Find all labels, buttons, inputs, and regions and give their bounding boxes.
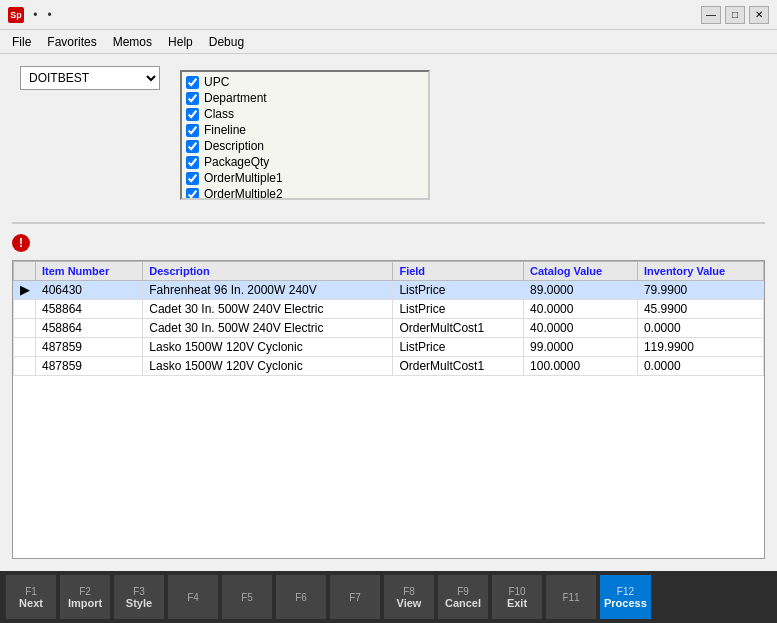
cell-catalog-value: 40.0000 [524,300,638,319]
cell-field: ListPrice [393,300,524,319]
row-arrow [14,338,36,357]
fkey-f6[interactable]: F6 [276,575,326,619]
cell-catalog-value: 89.0000 [524,281,638,300]
maximize-button[interactable]: □ [725,6,745,24]
title-bar-text: • • [30,8,701,22]
fkey-f8[interactable]: F8View [384,575,434,619]
cell-inventory-value: 119.9900 [637,338,763,357]
table-row[interactable]: 458864Cadet 30 In. 500W 240V ElectricOrd… [14,319,764,338]
title-bar: Sp • • — □ ✕ [0,0,777,30]
table-row[interactable]: 487859Lasko 1500W 120V CyclonicOrderMult… [14,357,764,376]
menu-debug[interactable]: Debug [201,33,252,51]
menu-bar: File Favorites Memos Help Debug [0,30,777,54]
fkey-f1[interactable]: F1Next [6,575,56,619]
fkey-bar: F1NextF2ImportF3StyleF4F5F6F7F8ViewF9Can… [0,571,777,623]
col-catalog-value: Catalog Value [524,262,638,281]
fkey-f10[interactable]: F10Exit [492,575,542,619]
cell-catalog-value: 40.0000 [524,319,638,338]
fkey-f12[interactable]: F12Process [600,575,651,619]
cell-description: Lasko 1500W 120V Cyclonic [143,357,393,376]
minimize-button[interactable]: — [701,6,721,24]
cell-item-number: 487859 [36,357,143,376]
cell-inventory-value: 0.0000 [637,319,763,338]
field-item[interactable]: Department [184,90,426,106]
row-arrow [14,300,36,319]
fkey-f9[interactable]: F9Cancel [438,575,488,619]
cell-item-number: 487859 [36,338,143,357]
fields-listbox[interactable]: UPCDepartmentClassFinelineDescriptionPac… [180,70,430,200]
results-table-wrapper[interactable]: Item Number Description Field Catalog Va… [12,260,765,559]
menu-memos[interactable]: Memos [105,33,160,51]
menu-help[interactable]: Help [160,33,201,51]
col-description: Description [143,262,393,281]
table-row[interactable]: 487859Lasko 1500W 120V CyclonicListPrice… [14,338,764,357]
field-item[interactable]: OrderMultiple1 [184,170,426,186]
table-row[interactable]: ▶406430Fahrenheat 96 In. 2000W 240VListP… [14,281,764,300]
results-table: Item Number Description Field Catalog Va… [13,261,764,376]
divider [12,222,765,224]
row-arrow: ▶ [14,281,36,300]
cell-description: Cadet 30 In. 500W 240V Electric [143,300,393,319]
error-icon: ! [12,234,30,252]
close-button[interactable]: ✕ [749,6,769,24]
cell-item-number: 406430 [36,281,143,300]
cell-inventory-value: 79.9900 [637,281,763,300]
vendor-fields-row: DOITBEST UPCDepartmentClassFinelineDescr… [12,66,765,200]
fields-panel: UPCDepartmentClassFinelineDescriptionPac… [180,66,430,200]
table-header-row: Item Number Description Field Catalog Va… [14,262,764,281]
field-item[interactable]: Fineline [184,122,426,138]
field-item[interactable]: Class [184,106,426,122]
main-content: DOITBEST UPCDepartmentClassFinelineDescr… [0,54,777,571]
field-item[interactable]: Description [184,138,426,154]
app-icon: Sp [8,7,24,23]
cell-field: ListPrice [393,281,524,300]
cell-field: ListPrice [393,338,524,357]
cell-field: OrderMultCost1 [393,357,524,376]
cell-item-number: 458864 [36,300,143,319]
field-item[interactable]: UPC [184,74,426,90]
fkey-f4[interactable]: F4 [168,575,218,619]
cell-description: Lasko 1500W 120V Cyclonic [143,338,393,357]
cell-field: OrderMultCost1 [393,319,524,338]
cell-catalog-value: 100.0000 [524,357,638,376]
error-banner: ! [12,234,765,252]
fkey-f3[interactable]: F3Style [114,575,164,619]
cell-description: Fahrenheat 96 In. 2000W 240V [143,281,393,300]
row-arrow [14,357,36,376]
vendor-select[interactable]: DOITBEST [20,66,160,90]
col-field: Field [393,262,524,281]
fkey-f7[interactable]: F7 [330,575,380,619]
field-item[interactable]: PackageQty [184,154,426,170]
menu-file[interactable]: File [4,33,39,51]
col-item-number: Item Number [36,262,143,281]
fkey-f5[interactable]: F5 [222,575,272,619]
col-arrow [14,262,36,281]
row-arrow [14,319,36,338]
fkey-f2[interactable]: F2Import [60,575,110,619]
col-inventory-value: Inventory Value [637,262,763,281]
cell-inventory-value: 45.9900 [637,300,763,319]
window-controls: — □ ✕ [701,6,769,24]
menu-favorites[interactable]: Favorites [39,33,104,51]
field-item[interactable]: OrderMultiple2 [184,186,426,200]
cell-item-number: 458864 [36,319,143,338]
cell-description: Cadet 30 In. 500W 240V Electric [143,319,393,338]
table-row[interactable]: 458864Cadet 30 In. 500W 240V ElectricLis… [14,300,764,319]
cell-catalog-value: 99.0000 [524,338,638,357]
fkey-f11[interactable]: F11 [546,575,596,619]
cell-inventory-value: 0.0000 [637,357,763,376]
